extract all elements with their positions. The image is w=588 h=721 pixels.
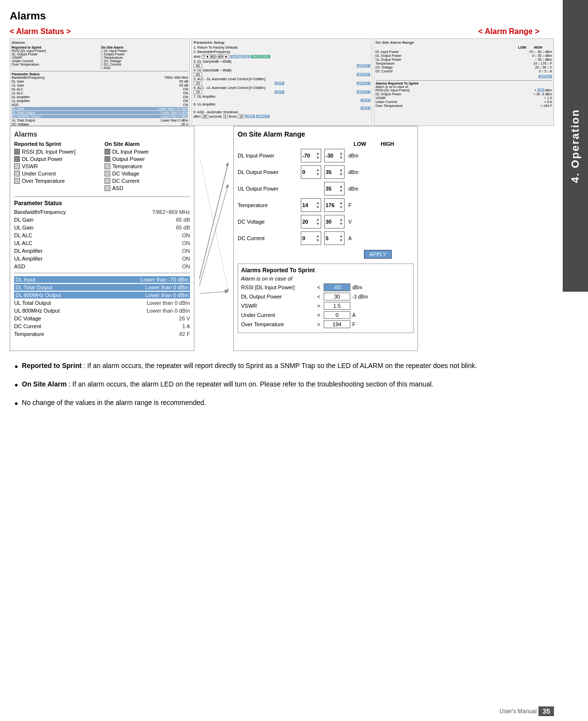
- alarm-item-temperature: Temperature: [104, 163, 190, 169]
- arrow-area: [199, 126, 228, 351]
- bullet-2-text: : If an alarm occurs, the alarm LED on t…: [69, 380, 433, 388]
- alarm-check-dl-output[interactable]: [14, 156, 20, 162]
- footer-text: User's Manual: [500, 708, 536, 715]
- alarm-panel: Alarms Reported to Sprint RSSI [DL Input…: [10, 126, 194, 351]
- bullet-no-change: • No change of the values in the alarm r…: [15, 398, 549, 409]
- bullet-reported-to-sprint: • Reported to Sprint : If an alarm occur…: [15, 361, 549, 372]
- alarm-check-dl-input[interactable]: [104, 149, 110, 155]
- alarm-range-header: < Alarm Range >: [478, 27, 539, 36]
- alarm-item-under-current: Under Current: [14, 171, 100, 176]
- page-title: Alarms: [10, 10, 554, 22]
- alarm-ul-total-output: UL Total OutputLower than 0 dBm: [14, 299, 190, 306]
- svg-line-0: [199, 162, 228, 279]
- alarm-dl-input: DL InputLower than -70 dBm: [14, 276, 190, 283]
- range-dc-current: DC Current 0 ▲▼ 5 ▲▼ A: [238, 231, 414, 245]
- bullet-1-bold: Reported to Sprint: [22, 362, 82, 369]
- dc-current-high[interactable]: 5 ▲▼: [324, 231, 345, 245]
- alarm-panel-title: Alarms: [14, 130, 190, 138]
- svg-line-2: [199, 291, 228, 294]
- alarm-item-dc-voltage: DC Voltage: [104, 171, 190, 176]
- alarm-item-rssi: RSSI [DL Input Power]: [14, 149, 100, 155]
- param-bandwidth: Bandwidth/Frequency7/862~869 MHz: [14, 209, 190, 215]
- dc-current-low[interactable]: 0 ▲▼: [301, 231, 321, 245]
- thumb-alarm-range: On Site Alarm Range LOWHIGH DL Input Pow…: [374, 38, 554, 126]
- alarm-status-header: < Alarm Status >: [10, 27, 71, 36]
- dl-input-low[interactable]: -70 ▲▼: [301, 149, 321, 162]
- alarm-check-dc-current[interactable]: [104, 178, 110, 184]
- reported-title: Alarms Reported To Sprint: [241, 267, 410, 274]
- range-ul-output-power: UL Output Power 35 ▲▼ dBm: [238, 182, 414, 195]
- connector-arrows: [199, 126, 228, 350]
- param-dl-amplifier: DL AmplifierON: [14, 247, 190, 254]
- ul-output-high[interactable]: 35 ▲▼: [324, 182, 345, 195]
- bullet-on-site-alarm: • On Site Alarm : If an alarm occurs, th…: [15, 379, 549, 391]
- dl-input-high[interactable]: -30 ▲▼: [324, 149, 345, 162]
- alarm-check-asd[interactable]: [104, 185, 110, 191]
- range-dl-input-power: DL Input Power -70 ▲▼ -30 ▲▼ dBm: [238, 149, 414, 162]
- alarm-item-dc-current: DC Current: [104, 178, 190, 184]
- reported-to-sprint-header: Reported to Sprint: [14, 141, 100, 147]
- alarm-check-over-temp[interactable]: [14, 178, 20, 184]
- alarm-check-temperature[interactable]: [104, 163, 110, 169]
- over-temp-value[interactable]: 194: [324, 320, 350, 328]
- apply-button[interactable]: APPLY: [364, 250, 392, 259]
- reported-dl-output: DL Output Power < 30 -3 dBm: [241, 293, 410, 300]
- section-tab-label: 4. Operation: [569, 109, 582, 183]
- alarm-ul-800mhz-output: UL 800MHz OutputLower than 0 dBm: [14, 307, 190, 314]
- reported-rssi: RSSI [DL Input Power] < -60 dBm: [241, 283, 410, 291]
- large-diagram: Alarms Reported to Sprint RSSI [DL Input…: [10, 126, 554, 351]
- param-status-title: Parameter Status: [14, 200, 190, 207]
- alarm-item-dl-output: DL Output Power: [14, 156, 100, 162]
- param-ul-gain: UL Gain65 dB: [14, 224, 190, 231]
- alarm-item-vswr: VSWR: [14, 163, 100, 169]
- under-current-value[interactable]: 0: [324, 311, 350, 319]
- section-tab: 4. Operation: [563, 0, 588, 292]
- high-header: HIGH: [381, 141, 395, 147]
- bullet-3-text: No change of the values in the alarm ran…: [22, 398, 206, 409]
- temp-low[interactable]: 14 ▲▼: [301, 198, 321, 212]
- alarm-check-output-power[interactable]: [104, 156, 110, 162]
- alarm-check-vswr[interactable]: [14, 163, 20, 169]
- thumbnail-area: Alarms Reported to Sprint RSSI [DL Input…: [10, 38, 554, 126]
- dc-voltage-high[interactable]: 30 ▲▼: [324, 215, 345, 229]
- dl-output-value[interactable]: 30: [324, 293, 350, 300]
- reported-subtitle: Alarm is on in case of: [241, 276, 410, 281]
- alarm-check-rssi[interactable]: [14, 149, 20, 155]
- param-ul-alc: UL ALCON: [14, 240, 190, 246]
- reported-over-temp: Over Temperature > 194 F: [241, 320, 410, 328]
- alarm-dc-current: DC Current1 A: [14, 323, 190, 330]
- param-ul-amplifier: UL AmplifierON: [14, 255, 190, 262]
- rssi-value[interactable]: -60: [324, 283, 350, 291]
- alarm-dl-800mhz-output: DL 800MHz OutputLower than 0 dBm: [14, 292, 190, 299]
- dl-output-high[interactable]: 35 ▲▼: [324, 165, 345, 179]
- alarm-dl-total-output: DL Total OutputLower than 0 dBm: [14, 284, 190, 291]
- alarm-temperature: Temperature82 F: [14, 331, 190, 337]
- alarm-check-under-current[interactable]: [14, 171, 20, 176]
- bullet-2-bold: On Site Alarm: [22, 380, 67, 388]
- range-dl-output-power: DL Output Power 0 ▲▼ 35 ▲▼ dBm: [238, 165, 414, 179]
- alarm-item-dl-input: DL Input Power: [104, 149, 190, 155]
- vswr-value[interactable]: 1.5: [324, 302, 350, 310]
- on-site-alarm-header: On Site Alarm: [104, 141, 190, 147]
- reported-under-current: Under Current < 0 A: [241, 311, 410, 319]
- param-asd: ASDON: [14, 263, 190, 270]
- temp-high[interactable]: 176 ▲▼: [324, 198, 345, 212]
- page-number: 35: [538, 706, 554, 716]
- range-panel: On Site Alarm Range LOW HIGH DL Input Po…: [233, 126, 418, 351]
- svg-line-1: [199, 184, 228, 286]
- alarm-check-dc-voltage[interactable]: [104, 171, 110, 176]
- bullet-section: • Reported to Sprint : If an alarm occur…: [10, 361, 554, 409]
- footer: User's Manual 35: [500, 706, 554, 716]
- param-dl-gain: DL Gain65 dB: [14, 216, 190, 223]
- bullet-1-text: : If an alarm occurs, the repeater will …: [84, 362, 477, 369]
- thumb-parameter-setup: Parameter Setup 1. Return To Factory Def…: [191, 38, 372, 126]
- thumb-alarm-status: Alarms Reported to Sprint RSSI [DL Input…: [10, 38, 190, 126]
- param-dl-alc: DL ALCON: [14, 232, 190, 239]
- range-panel-title: On Site Alarm Range: [238, 130, 414, 138]
- header-labels: < Alarm Status > < Alarm Range >: [10, 27, 554, 36]
- dl-output-low[interactable]: 0 ▲▼: [301, 165, 321, 179]
- reported-vswr: VSWR > 1.5: [241, 302, 410, 310]
- alarm-dc-voltage: DC Voltage26 V: [14, 315, 190, 322]
- dc-voltage-low[interactable]: 20 ▲▼: [301, 215, 321, 229]
- reported-section: Alarms Reported To Sprint Alarm is on in…: [238, 264, 414, 333]
